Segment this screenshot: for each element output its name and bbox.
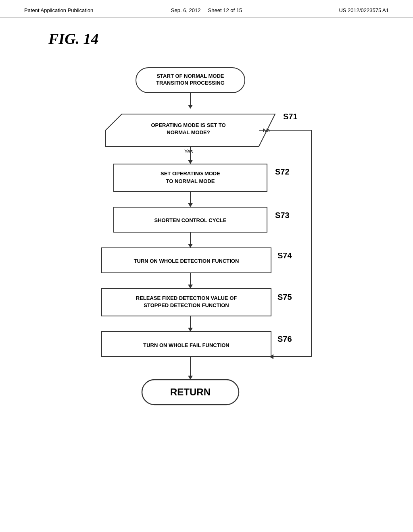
svg-text:SHORTEN CONTROL CYCLE: SHORTEN CONTROL CYCLE [154, 217, 227, 223]
svg-text:S73: S73 [275, 211, 290, 220]
svg-text:TURN ON WHOLE FAIL FUNCTION: TURN ON WHOLE FAIL FUNCTION [143, 342, 229, 348]
svg-text:RELEASE FIXED DETECTION VALUE : RELEASE FIXED DETECTION VALUE OF [136, 295, 237, 301]
page-header: Patent Application Publication Sep. 6, 2… [0, 0, 413, 18]
svg-marker-35 [188, 328, 193, 332]
svg-text:SET OPERATING MODE: SET OPERATING MODE [161, 170, 220, 177]
svg-text:S76: S76 [277, 335, 292, 343]
svg-text:S74: S74 [277, 251, 292, 260]
svg-text:RETURN: RETURN [170, 387, 211, 397]
svg-text:S72: S72 [275, 167, 290, 176]
svg-marker-19 [188, 203, 193, 207]
header-date-sheet: Sep. 6, 2012 Sheet 12 of 15 [146, 7, 267, 13]
svg-text:TO NORMAL MODE: TO NORMAL MODE [166, 178, 215, 184]
svg-text:Yes: Yes [184, 148, 193, 154]
svg-text:START OF NORMAL MODE: START OF NORMAL MODE [156, 73, 224, 79]
svg-text:STOPPED DETECTION FUNCTION: STOPPED DETECTION FUNCTION [144, 302, 229, 308]
svg-text:S71: S71 [283, 112, 298, 121]
header-patent-number: US 2012/0223575 A1 [267, 7, 389, 13]
svg-marker-24 [188, 244, 193, 248]
svg-text:NORMAL MODE?: NORMAL MODE? [167, 129, 210, 135]
svg-marker-13 [188, 160, 193, 164]
svg-text:TURN ON WHOLE DETECTION FUNCTI: TURN ON WHOLE DETECTION FUNCTION [134, 258, 239, 264]
svg-text:OPERATING MODE IS SET TO: OPERATING MODE IS SET TO [151, 122, 225, 128]
header-sheet: Sheet 12 of 15 [208, 7, 242, 13]
flowchart-svg: START OF NORMAL MODE TRANSITION PROCESSI… [65, 60, 348, 495]
svg-marker-4 [188, 105, 193, 109]
svg-text:TRANSITION PROCESSING: TRANSITION PROCESSING [156, 80, 225, 86]
header-date: Sep. 6, 2012 [171, 7, 201, 13]
figure-title: FIG. 14 [48, 30, 413, 48]
flowchart: START OF NORMAL MODE TRANSITION PROCESSI… [65, 60, 348, 497]
svg-marker-44 [188, 376, 193, 380]
svg-text:S75: S75 [277, 293, 292, 301]
header-publication: Patent Application Publication [24, 7, 146, 13]
svg-marker-29 [188, 285, 193, 289]
svg-rect-14 [114, 164, 267, 191]
